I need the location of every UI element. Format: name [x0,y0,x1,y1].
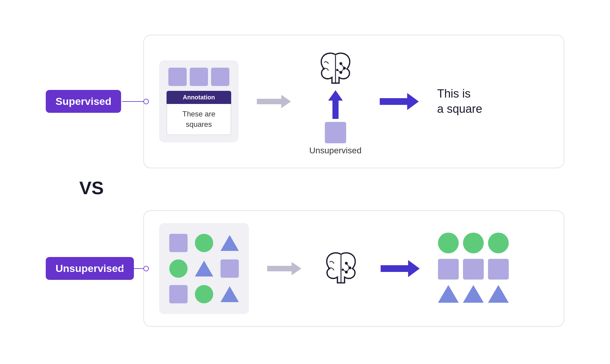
shape-sq-3 [169,285,188,303]
up-arrow-head [328,90,343,101]
out-circle-3 [488,233,509,253]
annotation-text: These aresquares [167,104,231,135]
arrow-head-u [292,262,301,275]
out-circle-2 [463,233,484,253]
purple-square-unsupervised [325,122,346,143]
blue-head-u [408,260,420,277]
output-grid-unsupervised [438,233,509,305]
blue-shaft-u [381,265,408,272]
unsupervised-badge: Unsupervised [46,257,134,280]
output-squares-row [438,259,509,280]
up-arrow-supervised [328,90,343,119]
supervised-data-card: Annotation These aresquares [159,60,239,142]
svg-point-15 [342,269,344,271]
main-diagram: Supervised Annotation These aresquares [46,35,564,330]
square-1 [168,68,187,86]
out-circle-1 [438,233,459,253]
connector-line [122,101,143,102]
unsupervised-data-card [159,223,249,314]
supervised-connector [122,99,149,104]
unsupervised-connector-line [122,268,143,269]
square-3 [211,68,229,86]
output-triangles-row [438,285,509,305]
supervised-panel: Annotation These aresquares [143,35,564,168]
shape-sq-1 [169,234,188,252]
output-circles-row [438,233,509,253]
blue-shaft [380,98,407,105]
vs-label: VS [79,177,104,198]
unsupervised-badge-label: Unsupervised [56,262,124,274]
unsupervised-connector [122,266,149,271]
annotation-title: Annotation [167,91,231,104]
shape-circle-1 [195,234,213,252]
svg-point-7 [336,69,338,71]
arrow-to-brain-unsupervised [267,262,301,275]
out-sq-1 [438,259,459,280]
supervised-row: Supervised Annotation These aresquares [46,35,564,168]
supervised-badge-label: Supervised [56,95,111,107]
shape-triangle-3 [221,286,239,302]
out-triangle-3 [488,285,509,303]
out-sq-2 [463,259,484,280]
arrow-shaft [257,99,281,104]
connector-circle [143,99,149,104]
brain-icon-unsupervised [320,247,362,290]
arrow-head [281,95,291,108]
shape-triangle-1 [221,235,239,251]
blue-arrow-output-supervised [380,93,419,110]
supervised-badge: Supervised [46,90,121,113]
square-2 [190,68,208,86]
shape-triangle-2 [195,261,213,277]
arrow-shaft-u [267,266,292,271]
shape-circle-2 [169,259,188,278]
up-arrow-shaft [332,101,339,119]
annotation-wrapper: Annotation These aresquares [167,91,231,135]
brain-section-supervised: Unsupervised [309,48,361,155]
brain-icon-supervised [314,48,357,90]
unsupervised-sublabel: Unsupervised [309,146,361,155]
squares-row [168,68,229,86]
blue-head [407,93,419,110]
output-text-supervised: This isa square [437,86,482,116]
out-triangle-2 [463,285,484,303]
vs-container: VS [46,177,564,198]
arrow-to-brain-supervised [257,95,291,108]
shape-sq-2 [221,259,239,278]
blue-arrow-output-unsupervised [381,260,420,277]
unsupervised-connector-circle [143,266,149,271]
out-sq-3 [488,259,509,280]
unsupervised-row: Unsupervised [46,208,564,330]
unsupervised-panel [143,210,564,327]
shape-circle-3 [195,285,213,303]
out-triangle-1 [438,285,459,303]
